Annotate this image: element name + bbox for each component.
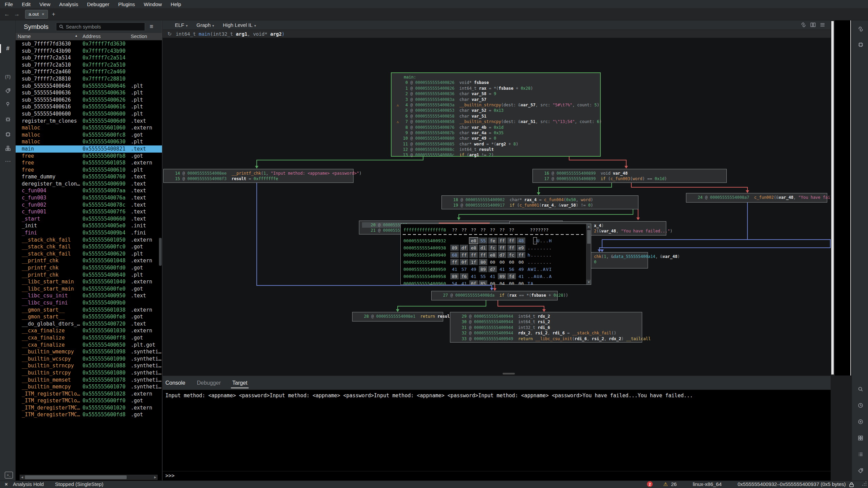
hex-byte[interactable]: ff: [469, 252, 478, 258]
hex-byte[interactable]: 56: [507, 266, 516, 272]
table-row[interactable]: c_fun0030x55555540076a.text: [16, 194, 162, 202]
table-row[interactable]: sub_5555554006000x555555400600.plt: [16, 110, 162, 118]
table-row[interactable]: sub_5555554006260x555555400626.plt: [16, 97, 162, 104]
table-row[interactable]: __printf_chk0x555555600fd0.got: [16, 264, 162, 272]
warning-icon[interactable]: ⚠: [663, 481, 668, 487]
scrollbar-handle[interactable]: [25, 475, 127, 479]
hex-byte[interactable]: ff: [507, 238, 516, 244]
code-line[interactable]: 12 @ 000055555540088c int64_t result: [394, 147, 597, 152]
table-row[interactable]: sub_5555554006360x555555400636.plt: [16, 89, 162, 97]
code-line[interactable]: 1 @ 0000555555400826 int64_t rax = *(fsb…: [394, 86, 597, 91]
hex-byte[interactable]: ff: [517, 252, 525, 258]
hex-byte[interactable]: 48: [517, 238, 525, 244]
hex-row[interactable]: 0000555555400948ff0f1f8000000000........: [401, 259, 587, 265]
menu-help[interactable]: Help: [171, 1, 181, 7]
table-row[interactable]: __stack_chk_fail0x555555400620.plt: [16, 250, 162, 258]
code-line[interactable]: ⚠7 @ 0000555555400858 __builtin_strncpy(…: [394, 119, 597, 124]
table-row[interactable]: frame_dummy0x555555400760.text: [16, 173, 162, 180]
table-row[interactable]: __libc_start_main0x555555600fe0.got: [16, 285, 162, 293]
hex-byte[interactable]: 00: [517, 259, 525, 265]
hex-row[interactable]: 000055555540093889dfe8d1fcffffe9........: [401, 245, 587, 251]
hex-byte[interactable]: 41: [488, 273, 497, 279]
table-row[interactable]: __stack_chk_fail0x555555601050.extern: [16, 237, 162, 244]
lock-icon[interactable]: [849, 482, 854, 488]
table-row[interactable]: sub_5555554006460x555555400646.plt: [16, 83, 162, 90]
find-icon[interactable]: [855, 385, 866, 394]
table-row[interactable]: _fini0x5555554009b4.fini: [16, 229, 162, 237]
nav-forward-icon[interactable]: →: [14, 11, 20, 18]
console-tab-debugger[interactable]: Debugger: [197, 380, 221, 386]
table-row[interactable]: _ITM_registerTMClo…0x555555600ff0.got: [16, 397, 162, 404]
hex-byte[interactable]: e8: [488, 252, 497, 258]
nav-back-icon[interactable]: ←: [4, 11, 10, 18]
reanalyze-icon[interactable]: ↻: [167, 31, 172, 37]
code-line[interactable]: 19 @ 0000555555400917 if (c_fun001(rax_4…: [445, 203, 635, 208]
console-tab-console[interactable]: Console: [165, 380, 185, 386]
code-line[interactable]: 3 @ 000055555540083a char var_57: [394, 97, 597, 102]
menu-analysis[interactable]: Analysis: [59, 1, 78, 7]
hex-row[interactable]: 000055555540096054410f8500040000TA......: [401, 280, 587, 285]
hex-byte[interactable]: 0f: [460, 259, 468, 265]
table-row[interactable]: free0x555555600fb8.got: [16, 153, 162, 160]
table-row[interactable]: sub_7ffff7c2a4600x7ffff7c2a460: [16, 68, 162, 75]
tab-aout[interactable]: a.out ×: [25, 10, 48, 19]
table-row[interactable]: free0x555555601058.extern: [16, 159, 162, 167]
resize-grip[interactable]: [862, 481, 867, 486]
menu-edit[interactable]: Edit: [22, 1, 31, 7]
hex-byte[interactable]: 85: [479, 280, 487, 285]
code-line[interactable]: 32 @ 0000555555400944 rdx_2, rsi_2, rdi_…: [453, 330, 639, 336]
hex-byte[interactable]: 00: [488, 280, 497, 285]
graph-block-b_fun004[interactable]: 18 @ 0000555555400902 char* rax_4 = c_fu…: [441, 195, 638, 209]
error-count-badge[interactable]: 2: [647, 481, 653, 487]
hex-byte[interactable]: ff: [460, 252, 468, 258]
table-row[interactable]: __gmon_start__0x555555601038.extern: [16, 307, 162, 314]
table-row[interactable]: _ITM_registerTMClo…0x555555601028.extern: [16, 390, 162, 398]
hex-byte[interactable]: 1f: [469, 259, 478, 265]
code-line[interactable]: 17 @ 0000555555400899 if (c_fun003(word)…: [536, 176, 724, 181]
hex-byte[interactable]: f6: [460, 273, 468, 279]
hex-byte[interactable]: 55: [479, 273, 487, 279]
code-line[interactable]: 31 @ 0000555555400944 int32_t rdi_6: [453, 325, 639, 330]
hex-byte[interactable]: ff: [450, 259, 459, 265]
table-row[interactable]: free0x555555400610.plt: [16, 167, 162, 174]
graph-block-b_fail[interactable]: 24 @ 00005555554008a7 c_fun002(&var_48, …: [686, 193, 827, 203]
hex-byte[interactable]: 00: [507, 259, 516, 265]
hex-byte[interactable]: e8: [469, 238, 478, 244]
table-row[interactable]: c_fun0020x55555540078c.text: [16, 202, 162, 209]
hex-byte[interactable]: fc: [488, 245, 497, 251]
scroll-left-icon[interactable]: ◀: [20, 476, 24, 479]
table-row[interactable]: malloc0x555555601060.extern: [16, 124, 162, 132]
menu-view[interactable]: View: [39, 1, 50, 7]
link-icon[interactable]: [801, 22, 806, 28]
hex-byte[interactable]: fc: [507, 252, 516, 258]
table-row[interactable]: sub_7ffff7c2a5100x7ffff7c2a510: [16, 62, 162, 69]
graph-block-b_csu[interactable]: 29 @ 0000555555400944 int64_t rdx_2 30 @…: [450, 312, 642, 343]
code-line[interactable]: 2 @ 0000555555400836 char var_58 = 9: [394, 91, 597, 97]
code-line[interactable]: 8 @ 0000555555400876 char var_4b = 0x1d: [394, 125, 597, 130]
panel-menu-icon[interactable]: ≡: [150, 23, 153, 30]
table-row[interactable]: __builtin_memset0x555555601078.syntheti…: [16, 377, 162, 384]
cross-reference-icon[interactable]: [855, 24, 866, 33]
graph-block-b_main[interactable]: main: 0 @ 0000555555400826 void* fsbase …: [391, 72, 601, 157]
code-line[interactable]: 9 @ 000055555540087b char var_4a = 0x35: [394, 130, 597, 136]
hex-byte[interactable]: 89: [498, 273, 506, 279]
table-row[interactable]: sub_7ffff7c2a5140x7ffff7c2a514: [16, 54, 162, 62]
location-pin-icon[interactable]: [3, 100, 13, 108]
table-row[interactable]: malloc0x555555400630.plt: [16, 138, 162, 145]
code-line[interactable]: 29 @ 0000555555400944 int64_t rdx_2: [453, 314, 639, 319]
menu-icon[interactable]: [820, 22, 825, 28]
code-line[interactable]: 14 @ 00005555554008ee __printf_chk(1, "I…: [166, 171, 350, 176]
table-row[interactable]: __libc_csu_init0x555555400950.text: [16, 292, 162, 299]
code-line[interactable]: 5 @ 0000555555400853 char var_52 = 0x13: [394, 108, 597, 113]
hex-byte[interactable]: ff: [507, 245, 516, 251]
hex-byte[interactable]: fe: [488, 238, 497, 244]
hex-byte[interactable]: 41: [450, 266, 459, 272]
code-line[interactable]: 10 @ 0000555555400880 char var_49 = 0: [394, 136, 597, 141]
menu-debugger[interactable]: Debugger: [87, 1, 109, 7]
column-name[interactable]: Name: [18, 34, 31, 39]
components-icon[interactable]: [3, 144, 13, 153]
hex-row[interactable]: 000055555540094068ffffffe8d7fcffh.......: [401, 252, 587, 258]
table-row[interactable]: malloc0x555555600fc8.got: [16, 132, 162, 139]
graph-block-b_printf[interactable]: 14 @ 00005555554008ee __printf_chk(1, "I…: [163, 169, 354, 183]
table-row[interactable]: _init0x5555554005e0.init: [16, 222, 162, 229]
